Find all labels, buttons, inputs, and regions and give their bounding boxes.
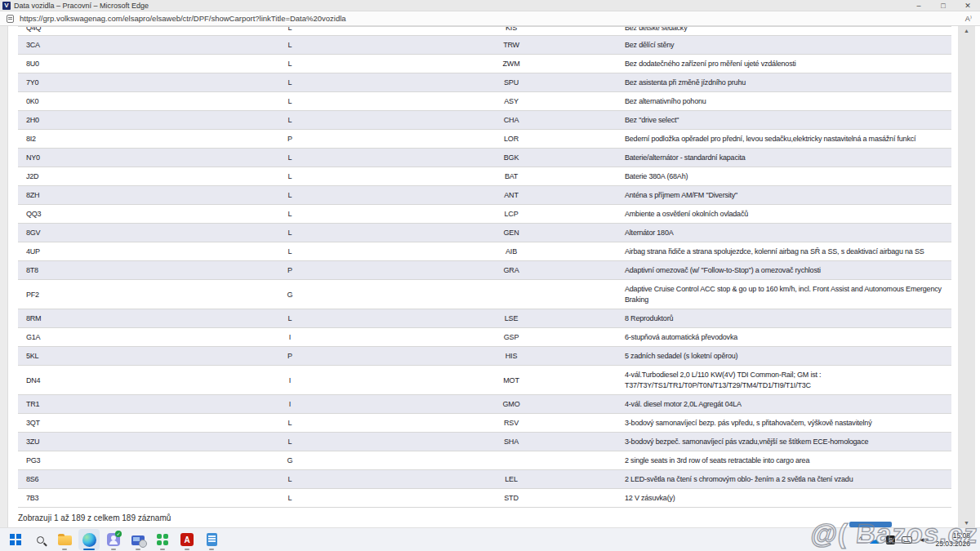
table-row[interactable]: NY0LBGKBaterie/alternátor - standardní k… (18, 149, 951, 167)
cell-type: L (176, 414, 404, 433)
table-row[interactable]: PG3G2 single seats in 3rd row of seats r… (18, 451, 951, 470)
table-row[interactable]: G1AIGSP6-stupňová automatická převodovka (18, 328, 951, 347)
cell-type: L (176, 36, 404, 55)
clock-date: 25.03.2026 (935, 540, 970, 548)
cell-family: ANT (404, 186, 618, 205)
taskbar-pinned-apps: ✓A (0, 529, 222, 550)
edge-browser-icon (82, 533, 96, 547)
table-row[interactable]: 5KLPHIS5 zadních sedadel (s loketní opěr… (18, 347, 951, 366)
cell-code: 3QT (18, 414, 176, 433)
table-row[interactable]: 3CALTRWBez dělící stěny (18, 36, 951, 55)
table-row[interactable]: QQ3LLCPAmbiente a osvětlení okolních ovl… (18, 205, 951, 224)
cell-desc: Adaptive Cruise Control ACC stop & go up… (618, 280, 951, 309)
table-row[interactable]: 7B3LSTD12 V zásuvka(y) (18, 489, 951, 508)
cell-desc: Anténa s příjmem AM/FM "Diversity" (618, 186, 951, 205)
table-row[interactable]: 8ZHLANTAnténa s příjmem AM/FM "Diversity… (18, 186, 951, 205)
cell-code: 8GV (18, 224, 176, 242)
cell-desc: 4-vál.Turbodiesel 2,0 L/110 KW(4V) TDI C… (618, 366, 951, 395)
windows-start-icon (10, 534, 21, 545)
table-row[interactable]: 8U0LZWMBez dodatečného zařízení pro měře… (18, 55, 951, 73)
pagination-current-page[interactable] (849, 522, 892, 527)
cell-type: G (176, 451, 404, 470)
tray-chevron-icon[interactable]: ^ (859, 535, 862, 544)
page-info-icon[interactable] (7, 15, 14, 23)
table-row[interactable]: 8GVLGENAlternátor 180A (18, 224, 951, 242)
window-title: Data vozidla – Pracovní – Microsoft Edge (14, 2, 149, 10)
table-row[interactable]: J2DLBATBaterie 380A (68Ah) (18, 167, 951, 186)
cell-type: L (176, 433, 404, 451)
cell-family: MOT (404, 366, 618, 395)
touch-keyboard-icon[interactable] (902, 536, 912, 544)
cell-family: LEL (404, 470, 618, 489)
window-title-bar: V Data vozidla – Pracovní – Microsoft Ed… (0, 0, 980, 11)
cell-desc: Bez "drive select" (618, 111, 951, 130)
cell-family: LSE (404, 309, 618, 328)
cell-family: AIB (404, 242, 618, 261)
table-row[interactable]: 8RMLLSE8 Reproduktorů (18, 309, 951, 328)
cell-family: GRA (404, 261, 618, 280)
table-row[interactable]: 3ZULSHA3-bodový bezpeč. samonavíjecí pás… (18, 433, 951, 451)
table-row[interactable]: 2H0LCHABez "drive select" (18, 111, 951, 130)
taskbar-item-company-portal[interactable]: ✓ (103, 529, 124, 550)
table-row[interactable]: DN4IMOT4-vál.Turbodiesel 2,0 L/110 KW(4V… (18, 366, 951, 395)
taskbar-item-file-explorer[interactable] (54, 529, 75, 550)
cell-code: 3ZU (18, 433, 176, 451)
table-row[interactable]: 3QTLRSV3-bodový samonavíjecí bezp. pás v… (18, 414, 951, 433)
s-app-tray-icon[interactable]: S (886, 535, 895, 544)
taskbar-item-app-grid-green[interactable] (152, 529, 173, 550)
taskbar-item-device-tools[interactable] (127, 529, 149, 550)
cell-desc: 3-bodový samonavíjecí bezp. pás vpředu, … (618, 414, 951, 433)
table-row[interactable]: 4UPLAIBAirbag strana řidiče a strana spo… (18, 242, 951, 261)
cell-type: L (176, 167, 404, 186)
cell-type: L (176, 242, 404, 261)
cell-desc: Airbag strana řidiče a strana spolujezdc… (618, 242, 951, 261)
green-app-grid-icon (157, 534, 169, 546)
records-summary: Zobrazuji 1 až 189 z celkem 189 záznamů (18, 513, 171, 522)
taskbar-item-search[interactable] (29, 529, 51, 550)
cell-type: L (176, 470, 404, 489)
table-row[interactable]: 8T8PGRAAdaptivní omezovač (w/ "Follow-to… (18, 261, 951, 280)
read-aloud-icon[interactable]: A⁾ (965, 15, 972, 23)
vertical-scrollbar[interactable]: ▲ ▼ (958, 26, 975, 527)
cell-type: G (176, 280, 404, 309)
cell-family: LCP (404, 205, 618, 224)
cell-family: SPU (404, 73, 618, 92)
cell-family: GSP (404, 328, 618, 347)
taskbar-item-start[interactable] (5, 529, 26, 550)
minimize-button[interactable]: – (906, 0, 931, 11)
cell-family: KIS (404, 27, 618, 36)
volume-muted-icon[interactable]: ◄× (919, 536, 929, 544)
scroll-down-icon[interactable]: ▼ (958, 520, 975, 526)
table-row[interactable]: 8I2PLORBederní podložka opěradel pro pře… (18, 130, 951, 149)
cell-type: L (176, 111, 404, 130)
cell-desc: 2 LED-světla na čtení s chromovým oblo- … (618, 470, 951, 489)
taskbar-item-acrobat[interactable]: A (176, 529, 198, 550)
table-row[interactable]: Q4QLKISBez dětské sedačky (18, 27, 951, 36)
cell-code: QQ3 (18, 205, 176, 224)
cell-type: I (176, 395, 404, 414)
taskbar-item-document-blue[interactable] (201, 529, 222, 550)
table-row[interactable]: 7Y0LSPUBez asistenta při změně jízdního … (18, 73, 951, 92)
cell-desc: Adaptivní omezovač (w/ "Follow-to-Stop")… (618, 261, 951, 280)
cell-code: PG3 (18, 451, 176, 470)
table-row[interactable]: TR1IGMO4-vál. diesel motor 2,0L Agregát … (18, 395, 951, 414)
table-row[interactable]: 0K0LASYBez alternativního pohonu (18, 92, 951, 111)
cell-code: 8ZH (18, 186, 176, 205)
check-badge-icon: ✓ (115, 531, 122, 537)
onedrive-icon[interactable]: ☁ (869, 534, 880, 546)
table-row[interactable]: PF2GAdaptive Cruise Control ACC stop & g… (18, 280, 951, 309)
taskbar-item-edge[interactable] (78, 529, 100, 550)
scroll-up-icon[interactable]: ▲ (958, 28, 975, 33)
taskbar-clock[interactable]: 15:08 25.03.2026 (935, 531, 970, 548)
cell-type: L (176, 27, 404, 36)
restore-button[interactable]: □ (931, 0, 956, 11)
cell-type: I (176, 366, 404, 395)
url-text[interactable]: https://grp.volkswagenag.com/elsapro/els… (20, 14, 346, 23)
table-row[interactable]: 8S6LLEL2 LED-světla na čtení s chromovým… (18, 470, 951, 489)
close-button[interactable]: ✕ (956, 0, 980, 11)
cell-family: BAT (404, 167, 618, 186)
cell-code: 8S6 (18, 470, 176, 489)
windows-taskbar: ✓A ^ ☁ S ◄× 15:08 25.03.2026 (0, 527, 980, 551)
cell-desc: Bez dělící stěny (618, 36, 951, 55)
address-bar[interactable]: https://grp.volkswagenag.com/elsapro/els… (0, 11, 980, 26)
